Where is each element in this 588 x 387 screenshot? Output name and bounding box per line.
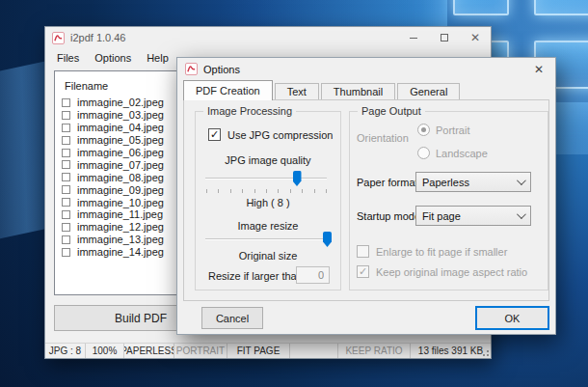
tab[interactable]: General: [397, 83, 460, 100]
ok-button[interactable]: OK: [475, 306, 549, 330]
file-name: immagine_05.jpeg: [77, 134, 164, 146]
file-name: immagine_06.jpeg: [77, 147, 164, 158]
file-checkbox[interactable]: [62, 111, 70, 120]
radio-selected-icon[interactable]: [417, 124, 430, 136]
checkbox-checked-icon[interactable]: ✓: [208, 128, 221, 141]
pdf-app-icon: [185, 63, 198, 75]
menu-item[interactable]: Help: [139, 50, 176, 66]
group-page-output: Page Output Orientation Portrait Landsca…: [349, 111, 548, 290]
jpg-quality-value: High ( 8 ): [196, 197, 340, 208]
status-segment: 100%: [86, 344, 124, 358]
status-segment: JPG : 8: [45, 344, 86, 358]
radio-label: Portrait: [436, 124, 469, 136]
orientation-label: Orientation: [357, 132, 409, 144]
file-name: immagine_10.jpeg: [77, 197, 164, 208]
close-icon[interactable]: ✕: [460, 27, 491, 48]
tab[interactable]: Text: [275, 83, 319, 100]
dialog-close-icon[interactable]: ✕: [522, 58, 555, 80]
startup-mode-dropdown[interactable]: Fit page: [415, 206, 531, 226]
windows-logo-pane: [453, 0, 509, 15]
slider-ticks: [206, 189, 328, 193]
file-checkbox[interactable]: [62, 198, 70, 207]
file-name: immagine_04.jpeg: [77, 122, 164, 133]
radio-label: Landscape: [436, 148, 488, 159]
file-name: immagine_13.jpeg: [77, 234, 164, 245]
status-segment: 13 files 391 KB: [411, 344, 491, 358]
file-name: immagine_07.jpeg: [77, 159, 164, 171]
status-segment: PORTRAIT: [174, 344, 227, 358]
file-name: immagine_12.jpeg: [77, 221, 164, 233]
maximize-icon[interactable]: [429, 27, 460, 48]
main-titlebar[interactable]: i2pdf 1.0.46 ✕: [45, 27, 491, 48]
dropdown-value: Fit page: [422, 210, 461, 222]
group-label: Image Processing: [203, 105, 296, 117]
file-checkbox[interactable]: [62, 210, 70, 219]
slider-thumb[interactable]: [323, 232, 332, 247]
status-segment: [290, 344, 338, 358]
jpg-quality-slider[interactable]: [205, 169, 327, 188]
menu-item[interactable]: Options: [87, 50, 139, 66]
file-name: immagine_11.jpeg: [77, 208, 163, 220]
pdf-app-icon: [52, 32, 65, 44]
file-checkbox[interactable]: [62, 248, 70, 257]
checkbox-unchecked-icon[interactable]: [357, 245, 369, 258]
portrait-radio[interactable]: Portrait: [417, 124, 469, 136]
keep-aspect-ratio-checkbox[interactable]: ✓ Keep original image aspect ratio: [357, 265, 527, 278]
resize-if-larger-input[interactable]: [296, 266, 330, 284]
landscape-radio[interactable]: Landscape: [417, 147, 488, 159]
file-name: immagine_03.jpeg: [77, 109, 164, 121]
tab-page-pdf-creation: Image Processing ✓ Use JPG compression J…: [183, 99, 549, 301]
file-checkbox[interactable]: [62, 124, 70, 132]
enlarge-to-fit-checkbox[interactable]: Enlarge to fit page if smaller: [357, 245, 507, 258]
status-segment: KEEP RATIO: [338, 344, 411, 358]
tab[interactable]: PDF Creation: [183, 80, 273, 100]
image-resize-value: Original size: [196, 250, 340, 262]
dropdown-value: Paperless: [422, 177, 469, 188]
file-checkbox[interactable]: [62, 223, 70, 232]
dialog-title: Options: [203, 64, 240, 75]
windows-logo-pane: [534, 0, 588, 15]
status-bar: JPG : 8 100% PAPERLESS PORTRAIT FIT PAGE…: [45, 343, 491, 358]
chevron-down-icon: [517, 176, 526, 185]
chevron-down-icon: [517, 209, 526, 219]
use-jpg-compression-checkbox[interactable]: ✓ Use JPG compression: [208, 128, 333, 141]
resize-if-larger-label: Resize if larger than: [208, 270, 303, 282]
file-checkbox[interactable]: [62, 185, 70, 194]
group-label: Page Output: [358, 105, 425, 117]
checkbox-label: Use JPG compression: [227, 129, 333, 141]
desktop-background: i2pdf 1.0.46 ✕ Files Options Help Filena…: [0, 0, 588, 387]
file-checkbox[interactable]: [62, 98, 70, 107]
status-segment: FIT PAGE: [227, 344, 290, 358]
startup-mode-label: Startup mode: [357, 210, 420, 222]
status-segment: PAPERLESS: [124, 344, 174, 358]
minimize-icon[interactable]: [398, 27, 429, 48]
file-checkbox[interactable]: [62, 136, 70, 145]
file-name: immagine_02.jpeg: [77, 97, 164, 108]
slider-thumb[interactable]: [293, 171, 302, 186]
menu-item[interactable]: Files: [49, 50, 87, 66]
paper-format-dropdown[interactable]: Paperless: [415, 172, 531, 192]
file-checkbox[interactable]: [62, 149, 70, 157]
tab[interactable]: Thumbnail: [321, 83, 395, 100]
tab-strip: PDF Creation Text Thumbnail General: [183, 80, 549, 100]
group-image-processing: Image Processing ✓ Use JPG compression J…: [195, 111, 341, 290]
checkbox-checked-icon[interactable]: ✓: [357, 265, 369, 278]
options-dialog: Options ✕ PDF Creation Text Thumbnail Ge…: [176, 57, 556, 335]
cancel-button[interactable]: Cancel: [201, 307, 263, 329]
image-resize-slider[interactable]: [205, 230, 327, 249]
file-name: immagine_14.jpeg: [77, 246, 164, 258]
slider-track[interactable]: [205, 238, 327, 240]
file-name: immagine_08.jpeg: [77, 172, 164, 183]
slider-track[interactable]: [205, 178, 327, 180]
paper-format-label: Paper format: [357, 177, 418, 188]
window-title: i2pdf 1.0.46: [70, 32, 126, 43]
file-checkbox[interactable]: [62, 160, 70, 169]
dialog-titlebar[interactable]: Options ✕: [177, 58, 555, 80]
file-name: immagine_09.jpeg: [77, 184, 164, 196]
checkbox-label: Enlarge to fit page if smaller: [376, 246, 507, 258]
resize-grip-icon[interactable]: [481, 348, 489, 356]
radio-unselected-icon[interactable]: [417, 147, 430, 159]
checkbox-label: Keep original image aspect ratio: [376, 266, 527, 278]
file-checkbox[interactable]: [62, 173, 70, 181]
file-checkbox[interactable]: [62, 235, 70, 244]
